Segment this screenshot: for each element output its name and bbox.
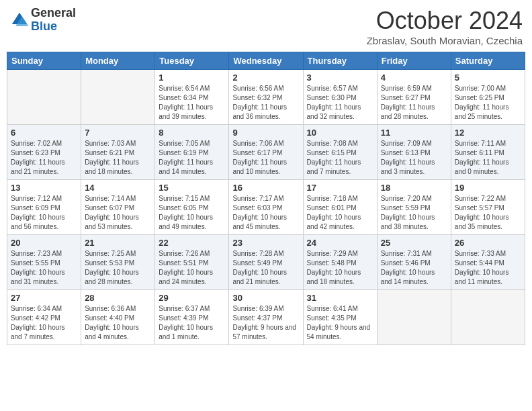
logo-text: General Blue [31,7,76,34]
weekday-header-tuesday: Tuesday [155,52,229,70]
calendar-week-row: 27Sunrise: 6:34 AM Sunset: 4:42 PM Dayli… [7,290,525,345]
day-number: 2 [232,73,299,83]
day-info: Sunrise: 7:15 AM Sunset: 6:05 PM Dayligh… [159,194,225,232]
calendar-cell: 21Sunrise: 7:25 AM Sunset: 5:53 PM Dayli… [81,235,155,290]
location: Zbraslav, South Moravian, Czechia [367,35,523,46]
day-number: 9 [232,128,299,138]
day-info: Sunrise: 7:14 AM Sunset: 6:07 PM Dayligh… [85,194,151,232]
calendar-cell: 19Sunrise: 7:22 AM Sunset: 5:57 PM Dayli… [451,180,525,235]
calendar-cell: 7Sunrise: 7:03 AM Sunset: 6:21 PM Daylig… [81,125,155,180]
calendar-cell: 14Sunrise: 7:14 AM Sunset: 6:07 PM Dayli… [81,180,155,235]
day-number: 26 [455,238,521,248]
day-number: 27 [11,293,77,303]
day-info: Sunrise: 7:00 AM Sunset: 6:25 PM Dayligh… [455,84,521,122]
day-info: Sunrise: 7:02 AM Sunset: 6:23 PM Dayligh… [11,139,77,177]
day-info: Sunrise: 6:54 AM Sunset: 6:34 PM Dayligh… [159,84,225,122]
calendar-cell: 1Sunrise: 6:54 AM Sunset: 6:34 PM Daylig… [155,70,229,125]
weekday-header-monday: Monday [81,52,155,70]
calendar-cell: 18Sunrise: 7:20 AM Sunset: 5:59 PM Dayli… [377,180,451,235]
weekday-header-wednesday: Wednesday [229,52,303,70]
day-number: 3 [307,73,373,83]
day-number: 23 [232,238,299,248]
day-info: Sunrise: 7:17 AM Sunset: 6:03 PM Dayligh… [232,194,299,232]
calendar-cell: 30Sunrise: 6:39 AM Sunset: 4:37 PM Dayli… [229,290,303,345]
day-number: 12 [455,128,521,138]
calendar-cell [451,290,525,345]
calendar-table: SundayMondayTuesdayWednesdayThursdayFrid… [7,52,525,345]
day-info: Sunrise: 6:36 AM Sunset: 4:40 PM Dayligh… [85,304,151,342]
logo-blue: Blue [31,20,76,34]
day-info: Sunrise: 7:09 AM Sunset: 6:13 PM Dayligh… [381,139,447,177]
logo-general: General [31,7,76,20]
day-number: 5 [455,73,521,83]
day-info: Sunrise: 7:25 AM Sunset: 5:53 PM Dayligh… [85,249,151,287]
day-number: 20 [11,238,77,248]
day-number: 28 [85,293,151,303]
day-number: 29 [159,293,225,303]
day-info: Sunrise: 6:59 AM Sunset: 6:27 PM Dayligh… [381,84,447,122]
day-info: Sunrise: 6:37 AM Sunset: 4:39 PM Dayligh… [159,304,225,342]
day-number: 25 [381,238,447,248]
month-title: October 2024 [367,7,523,35]
calendar-cell: 31Sunrise: 6:41 AM Sunset: 4:35 PM Dayli… [303,290,377,345]
day-info: Sunrise: 7:29 AM Sunset: 5:48 PM Dayligh… [307,249,373,287]
calendar-week-row: 6Sunrise: 7:02 AM Sunset: 6:23 PM Daylig… [7,125,525,180]
logo: General Blue [9,7,76,34]
day-number: 19 [455,183,521,193]
day-info: Sunrise: 7:22 AM Sunset: 5:57 PM Dayligh… [455,194,521,232]
day-info: Sunrise: 7:31 AM Sunset: 5:46 PM Dayligh… [381,249,447,287]
day-info: Sunrise: 7:11 AM Sunset: 6:11 PM Dayligh… [455,139,521,177]
calendar-week-row: 1Sunrise: 6:54 AM Sunset: 6:34 PM Daylig… [7,70,525,125]
day-info: Sunrise: 7:20 AM Sunset: 5:59 PM Dayligh… [381,194,447,232]
day-number: 10 [307,128,373,138]
calendar-cell: 6Sunrise: 7:02 AM Sunset: 6:23 PM Daylig… [7,125,81,180]
calendar-cell: 26Sunrise: 7:33 AM Sunset: 5:44 PM Dayli… [451,235,525,290]
calendar-cell: 16Sunrise: 7:17 AM Sunset: 6:03 PM Dayli… [229,180,303,235]
calendar-cell: 12Sunrise: 7:11 AM Sunset: 6:11 PM Dayli… [451,125,525,180]
day-info: Sunrise: 7:23 AM Sunset: 5:55 PM Dayligh… [11,249,77,287]
day-info: Sunrise: 7:18 AM Sunset: 6:01 PM Dayligh… [307,194,373,232]
calendar-cell: 3Sunrise: 6:57 AM Sunset: 6:30 PM Daylig… [303,70,377,125]
day-info: Sunrise: 7:33 AM Sunset: 5:44 PM Dayligh… [455,249,521,287]
calendar-cell: 22Sunrise: 7:26 AM Sunset: 5:51 PM Dayli… [155,235,229,290]
calendar-week-row: 13Sunrise: 7:12 AM Sunset: 6:09 PM Dayli… [7,180,525,235]
calendar-cell: 11Sunrise: 7:09 AM Sunset: 6:13 PM Dayli… [377,125,451,180]
day-info: Sunrise: 6:39 AM Sunset: 4:37 PM Dayligh… [232,304,299,342]
day-number: 8 [159,128,225,138]
weekday-header-sunday: Sunday [7,52,81,70]
day-info: Sunrise: 7:03 AM Sunset: 6:21 PM Dayligh… [85,139,151,177]
day-number: 16 [232,183,299,193]
calendar-cell: 28Sunrise: 6:36 AM Sunset: 4:40 PM Dayli… [81,290,155,345]
day-number: 4 [381,73,447,83]
logo-icon [9,10,30,30]
weekday-header-saturday: Saturday [451,52,525,70]
page-header: General Blue October 2024 Zbraslav, Sout… [7,7,525,46]
day-number: 22 [159,238,225,248]
day-number: 15 [159,183,225,193]
calendar-cell: 24Sunrise: 7:29 AM Sunset: 5:48 PM Dayli… [303,235,377,290]
calendar-cell: 17Sunrise: 7:18 AM Sunset: 6:01 PM Dayli… [303,180,377,235]
weekday-header-thursday: Thursday [303,52,377,70]
calendar-cell: 13Sunrise: 7:12 AM Sunset: 6:09 PM Dayli… [7,180,81,235]
day-number: 1 [159,73,225,83]
calendar-cell: 2Sunrise: 6:56 AM Sunset: 6:32 PM Daylig… [229,70,303,125]
day-number: 7 [85,128,151,138]
day-number: 21 [85,238,151,248]
calendar-cell: 27Sunrise: 6:34 AM Sunset: 4:42 PM Dayli… [7,290,81,345]
calendar-cell: 8Sunrise: 7:05 AM Sunset: 6:19 PM Daylig… [155,125,229,180]
day-number: 14 [85,183,151,193]
day-info: Sunrise: 7:08 AM Sunset: 6:15 PM Dayligh… [307,139,373,177]
calendar-cell: 4Sunrise: 6:59 AM Sunset: 6:27 PM Daylig… [377,70,451,125]
calendar-cell: 25Sunrise: 7:31 AM Sunset: 5:46 PM Dayli… [377,235,451,290]
day-info: Sunrise: 6:41 AM Sunset: 4:35 PM Dayligh… [307,304,373,342]
day-number: 17 [307,183,373,193]
calendar-cell: 10Sunrise: 7:08 AM Sunset: 6:15 PM Dayli… [303,125,377,180]
calendar-cell: 15Sunrise: 7:15 AM Sunset: 6:05 PM Dayli… [155,180,229,235]
day-info: Sunrise: 6:57 AM Sunset: 6:30 PM Dayligh… [307,84,373,122]
calendar-week-row: 20Sunrise: 7:23 AM Sunset: 5:55 PM Dayli… [7,235,525,290]
day-number: 13 [11,183,77,193]
calendar-cell: 23Sunrise: 7:28 AM Sunset: 5:49 PM Dayli… [229,235,303,290]
day-number: 18 [381,183,447,193]
day-number: 6 [11,128,77,138]
weekday-header-friday: Friday [377,52,451,70]
